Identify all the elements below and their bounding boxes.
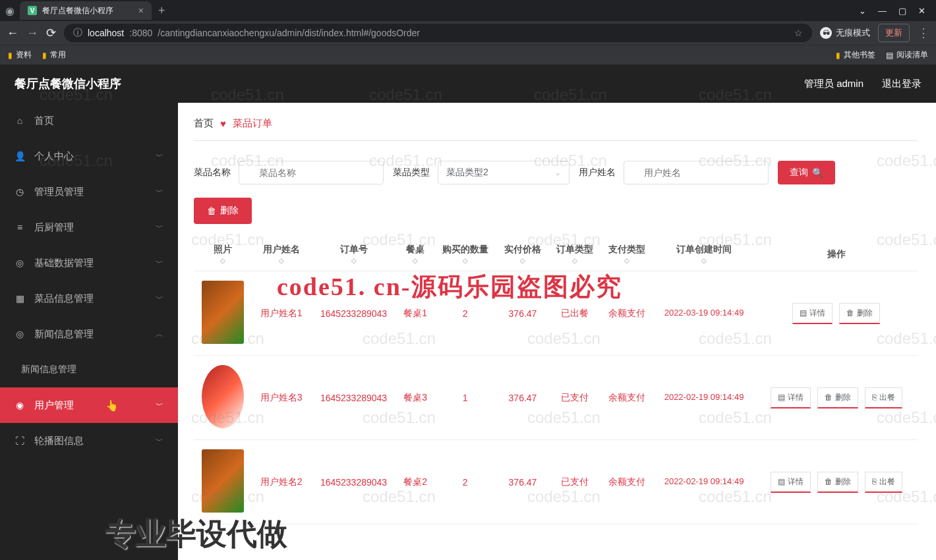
sidebar-item-label: 新闻信息管理 (34, 328, 94, 341)
action-icon: ⎘ (872, 477, 877, 486)
sidebar-item-2[interactable]: ◷管理员管理﹀ (0, 174, 178, 210)
row-出餐-button[interactable]: ⎘出餐 (865, 472, 902, 493)
sidebar-item-9[interactable]: ⛶轮播图信息﹀ (0, 423, 178, 459)
row-出餐-button[interactable]: ⎘出餐 (865, 387, 902, 408)
sort-icon: ◇ (438, 257, 492, 264)
sidebar-item-label: 基础数据管理 (34, 257, 94, 269)
cell-order: 1645233289043 (310, 271, 397, 356)
address-bar: ← → ⟳ ⓘ localhost:8080/cantingdiancanxia… (0, 21, 936, 45)
sidebar-item-5[interactable]: ▦菜品信息管理﹀ (0, 281, 178, 316)
cell-actions: ▤详情🗑删除⎘出餐 (755, 356, 918, 440)
close-window-icon[interactable]: ✕ (918, 6, 925, 16)
sidebar-item-label: 轮播图信息 (34, 435, 84, 447)
user-name-input[interactable] (624, 161, 769, 184)
cell-price: 376.47 (496, 356, 548, 440)
cell-user: 用户姓名2 (252, 440, 310, 524)
chevron-icon: ﹀ (156, 293, 163, 304)
reload-button[interactable]: ⟳ (46, 26, 56, 40)
menu-icon[interactable]: ⋮ (918, 26, 929, 40)
tab-title: 餐厅点餐微信小程序 (42, 5, 113, 16)
col-header[interactable]: 用户姓名◇ (252, 237, 310, 271)
browser-tab[interactable]: V 餐厅点餐微信小程序 × (20, 1, 152, 20)
dish-type-label: 菜品类型 (393, 167, 430, 179)
search-form: 菜品名称 🔍 菜品类型 菜品类型2 ⌄ 用户姓名 🔍 (194, 161, 918, 184)
dish-type-select[interactable]: 菜品类型2 ⌄ (438, 161, 570, 184)
update-button[interactable]: 更新 (878, 24, 910, 42)
sidebar-item-4[interactable]: ◎基础数据管理﹀ (0, 245, 178, 281)
action-icon: 🗑 (846, 308, 854, 318)
chevron-down-icon: ⌄ (554, 168, 561, 177)
close-tab-icon[interactable]: × (138, 5, 144, 16)
col-header[interactable]: 操作 (755, 237, 918, 271)
row-删除-button[interactable]: 🗑删除 (839, 303, 880, 324)
chevron-icon: ︿ (156, 329, 163, 340)
row-删除-button[interactable]: 🗑删除 (817, 472, 858, 493)
action-icon: ▤ (800, 308, 807, 318)
url-path: /cantingdiancanxiaochengxu/admin/dist/in… (158, 28, 420, 38)
current-user[interactable]: 管理员 admin (804, 78, 863, 90)
sort-icon: ◇ (401, 257, 430, 264)
reading-list[interactable]: ▤阅读清单 (886, 49, 928, 61)
cell-qty: 2 (434, 440, 496, 524)
bulk-delete-button[interactable]: 🗑 删除 (194, 198, 252, 224)
col-header[interactable]: 订单创建时间◇ (653, 237, 755, 271)
row-详情-button[interactable]: ▤详情 (771, 387, 811, 408)
cell-price: 376.47 (496, 440, 548, 524)
row-详情-button[interactable]: ▤详情 (792, 303, 833, 324)
maximize-icon[interactable]: ▢ (898, 6, 906, 16)
other-bookmarks[interactable]: ▮其他书签 (836, 49, 875, 61)
url-port: :8080 (129, 28, 152, 38)
bookmark-folder-2[interactable]: ▮常用 (42, 49, 66, 61)
sidebar-item-3[interactable]: ≡后厨管理﹀ (0, 210, 178, 245)
row-详情-button[interactable]: ▤详情 (771, 472, 811, 493)
col-header[interactable]: 实付价格◇ (496, 237, 548, 271)
dish-name-label: 菜品名称 (194, 167, 231, 179)
forward-button[interactable]: → (26, 26, 38, 40)
sidebar-item-6[interactable]: ◎新闻信息管理︿ (0, 316, 178, 352)
sort-icon: ◇ (500, 257, 544, 264)
col-header[interactable]: 照片◇ (194, 237, 252, 271)
incognito-indicator: 🕶 无痕模式 (820, 27, 870, 39)
table-row: 用户姓名11645233289043餐桌12376.47已出餐余额支付2022-… (194, 271, 918, 356)
breadcrumb-home[interactable]: 首页 (194, 117, 214, 130)
table-row: 用户姓名31645233289043餐桌31376.47已支付余额支付2022-… (194, 356, 918, 440)
sidebar-item-7[interactable]: 新闻信息管理 (0, 352, 178, 387)
query-button[interactable]: 查询 🔍 (778, 161, 835, 184)
chevron-down-icon[interactable]: ⌄ (859, 6, 866, 16)
cell-ptype: 余额支付 (601, 356, 653, 440)
logout-link[interactable]: 退出登录 (882, 78, 921, 90)
menu-icon: ◷ (15, 186, 25, 197)
folder-icon: ▮ (42, 51, 47, 60)
sort-icon: ◇ (256, 257, 306, 264)
cell-time: 2022-03-19 09:14:49 (653, 271, 755, 356)
col-header[interactable]: 订单类型◇ (549, 237, 601, 271)
info-icon: ⓘ (73, 27, 82, 39)
chevron-icon: ﹀ (156, 435, 163, 447)
menu-icon: ◎ (15, 329, 25, 339)
breadcrumb-current: 菜品订单 (233, 117, 272, 130)
sidebar-item-0[interactable]: ⌂首页 (0, 103, 178, 138)
bookmark-folder-1[interactable]: ▮资料 (8, 49, 32, 61)
bookmark-star-icon[interactable]: ☆ (794, 28, 803, 38)
sidebar-item-1[interactable]: 👤个人中心﹀ (0, 138, 178, 174)
cell-time: 2022-02-19 09:14:49 (653, 440, 755, 524)
table-row: 用户姓名21645233289043餐桌22376.47已支付余额支付2022-… (194, 440, 918, 524)
sidebar-item-label: 用户管理 (34, 399, 74, 412)
new-tab-button[interactable]: + (158, 4, 165, 18)
chevron-icon: ﹀ (156, 151, 163, 162)
cell-otype: 已支付 (549, 356, 601, 440)
col-header[interactable]: 购买的数量◇ (434, 237, 496, 271)
col-header[interactable]: 支付类型◇ (601, 237, 653, 271)
folder-icon: ▮ (836, 51, 840, 60)
search-icon: 🔍 (812, 167, 823, 178)
dish-name-input[interactable] (239, 161, 384, 184)
minimize-icon[interactable]: — (878, 6, 887, 16)
cell-desk: 餐桌2 (397, 440, 434, 524)
back-button[interactable]: ← (7, 26, 18, 40)
col-header[interactable]: 餐桌◇ (397, 237, 434, 271)
cell-user: 用户姓名1 (252, 271, 310, 356)
col-header[interactable]: 订单号◇ (310, 237, 397, 271)
sidebar-item-8[interactable]: ◉用户管理﹀👆 (0, 387, 178, 423)
url-input[interactable]: ⓘ localhost:8080/cantingdiancanxiaocheng… (64, 24, 812, 42)
row-删除-button[interactable]: 🗑删除 (817, 387, 858, 408)
